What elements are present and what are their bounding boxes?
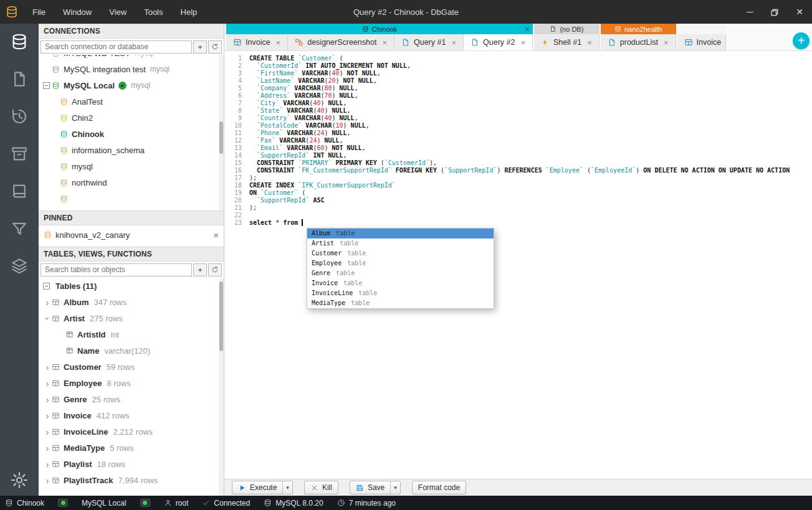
status-item[interactable] (140, 499, 150, 507)
autocomplete-item-employee[interactable]: Employeetable (307, 258, 494, 268)
chevron-right-icon[interactable]: › (43, 443, 52, 453)
activity-docs[interactable] (10, 182, 29, 201)
sql-editor[interactable]: 1CREATE TABLE `Customer` (2 `CustomerId`… (224, 51, 812, 479)
table-invoice[interactable]: ›Invoice412 rows (39, 407, 224, 423)
new-tab-button[interactable]: + (793, 32, 810, 49)
menu-file[interactable]: File (25, 4, 53, 21)
save-button[interactable]: Save▾ (350, 481, 401, 494)
code-line[interactable]: 17); (224, 174, 812, 182)
code-line[interactable]: 2 `CustomerId` INT AUTO_INCREMENT NOT NU… (224, 62, 812, 70)
code-line[interactable]: 9 `Country` VARCHAR(40) NULL, (224, 115, 812, 122)
tab-designerscreenshot[interactable]: designerScreenshot× (288, 34, 394, 50)
activity-files[interactable] (10, 70, 29, 88)
code-line[interactable]: 15 CONSTRAINT `PRIMARY` PRIMARY KEY (`Cu… (224, 159, 812, 167)
column-artistid[interactable]: ArtistIdint (39, 326, 224, 342)
database-mysql[interactable]: mysql (39, 158, 224, 174)
activity-filter[interactable] (10, 219, 29, 238)
autocomplete-item-invoiceline[interactable]: InvoiceLinetable (307, 288, 494, 298)
tab-group-chinook[interactable]: Chinook× (226, 24, 533, 34)
code-line[interactable]: 3 `FirstName` VARCHAR(40) NOT NULL, (224, 70, 812, 77)
table-invoiceline[interactable]: ›InvoiceLine2,212 rows (39, 423, 224, 440)
add-table-button[interactable]: + (193, 263, 207, 276)
connection-search-input[interactable] (41, 40, 192, 54)
chevron-right-icon[interactable]: › (43, 362, 52, 372)
minimize-button[interactable] (737, 0, 762, 24)
database-information-schema[interactable]: information_schema (39, 142, 224, 158)
activity-settings[interactable] (10, 471, 29, 489)
close-icon[interactable]: × (276, 38, 281, 47)
table-mediatype[interactable]: ›MediaType5 rows (39, 440, 224, 456)
table-playlist[interactable]: ›Playlist18 rows (39, 456, 224, 472)
collapse-icon[interactable]: − (43, 82, 50, 89)
connections-scrollbar[interactable] (219, 55, 224, 210)
code-line[interactable]: 21); (224, 204, 812, 212)
code-line[interactable]: 8 `State` VARCHAR(40) NULL, (224, 107, 812, 115)
chevron-right-icon[interactable]: › (43, 379, 52, 388)
code-line[interactable]: 23select * from (224, 219, 812, 227)
close-icon[interactable]: × (664, 38, 669, 47)
code-line[interactable]: 6 `Address` VARCHAR(70) NULL, (224, 92, 812, 100)
execute-button[interactable]: Execute▾ (232, 481, 293, 494)
server-mysql-local[interactable]: −MySQL Localmysql (39, 77, 224, 93)
menu-help[interactable]: Help (173, 4, 205, 21)
code-line[interactable]: 20 `SupportRepId` ASC (224, 197, 812, 204)
code-line[interactable]: 7 `City` VARCHAR(40) NULL, (224, 100, 812, 107)
chevron-right-icon[interactable]: › (43, 427, 52, 437)
close-icon[interactable]: × (587, 38, 592, 47)
autocomplete-item-invoice[interactable]: Invoicetable (307, 278, 494, 288)
chevron-right-icon[interactable]: › (43, 411, 52, 420)
server-mysql-wd-test[interactable]: MYSQL WD TESTmysql (39, 55, 224, 61)
close-icon[interactable]: × (520, 38, 525, 47)
menu-tools[interactable]: Tools (136, 4, 170, 21)
table-genre[interactable]: ›Genre25 rows (39, 391, 224, 407)
autocomplete-item-genre[interactable]: Genretable (307, 268, 494, 278)
close-icon[interactable]: × (525, 24, 530, 34)
status-mysql-8-0-20[interactable]: MySQL 8.0.20 (264, 499, 323, 508)
tab-group-nano2health[interactable]: nano2health (601, 24, 676, 34)
close-icon[interactable]: × (451, 38, 456, 47)
tab-group-no-db[interactable]: (no DB) (534, 24, 599, 34)
menu-window[interactable]: Window (55, 4, 99, 21)
code-line[interactable]: 11 `Phone` VARCHAR(24) NULL, (224, 130, 812, 137)
kill-button[interactable]: Kill (304, 481, 338, 494)
code-line[interactable]: 4 `LastName` VARCHAR(20) NOT NULL, (224, 77, 812, 85)
status-mysql-local[interactable]: MySQL Local (82, 499, 127, 508)
table-artist[interactable]: ›Artist275 rows (39, 310, 224, 326)
autocomplete-item-customer[interactable]: Customertable (307, 248, 494, 258)
add-connection-button[interactable]: + (193, 40, 207, 54)
code-line[interactable]: 16 CONSTRAINT `FK_CustomerSupportRepId` … (224, 167, 812, 174)
table-search-input[interactable] (41, 263, 192, 276)
code-line[interactable]: 1CREATE TABLE `Customer` ( (224, 55, 812, 62)
server-mysql-integration-test[interactable]: MySQL integration testmysql (39, 61, 224, 77)
tab-invoice[interactable]: Invoice× (677, 34, 726, 50)
code-line[interactable]: 5 `Company` VARCHAR(80) NULL, (224, 85, 812, 92)
autocomplete-item-album[interactable]: Albumtable (307, 229, 494, 238)
table-playlisttrack[interactable]: ›PlaylistTrack7,994 rows (39, 472, 224, 488)
tab-query-1[interactable]: Query #1× (394, 34, 464, 50)
activity-layers[interactable] (10, 257, 29, 275)
status-chinook[interactable]: Chinook (5, 499, 44, 508)
database-chin2[interactable]: Chin2 (39, 110, 224, 126)
status-connected[interactable]: Connected (202, 499, 250, 508)
restore-button[interactable] (762, 0, 787, 24)
tab-productlist[interactable]: productList× (601, 34, 676, 50)
table-employee[interactable]: ›Employee8 rows (39, 375, 224, 391)
status-7-minutes-ago[interactable]: 7 minutes ago (337, 499, 396, 508)
collapse-icon[interactable]: − (43, 283, 50, 290)
chevron-down-icon[interactable]: ▾ (390, 481, 400, 494)
code-line[interactable]: 13 `Email` VARCHAR(60) NOT NULL, (224, 144, 812, 152)
activity-archive[interactable] (10, 144, 29, 163)
code-line[interactable]: 18CREATE INDEX `IFK_CustomerSupportRepId… (224, 182, 812, 189)
column-name[interactable]: Namevarchar(120) (39, 342, 224, 359)
database-analtest[interactable]: AnalTest (39, 93, 224, 110)
chevron-down-icon[interactable]: ▾ (282, 481, 292, 494)
code-line[interactable]: 10 `PostalCode` VARCHAR(10) NULL, (224, 122, 812, 130)
table-album[interactable]: ›Album347 rows (39, 294, 224, 310)
format-code-button[interactable]: Format code (412, 481, 466, 494)
tab-query-2[interactable]: Query #2× (464, 34, 533, 50)
refresh-connections-button[interactable] (208, 40, 222, 54)
tab-invoice[interactable]: Invoice× (226, 34, 288, 50)
autocomplete-item-artist[interactable]: Artisttable (307, 238, 494, 248)
close-button[interactable]: ✕ (787, 0, 812, 24)
autocomplete-item-mediatype[interactable]: MediaTypetable (307, 298, 494, 308)
